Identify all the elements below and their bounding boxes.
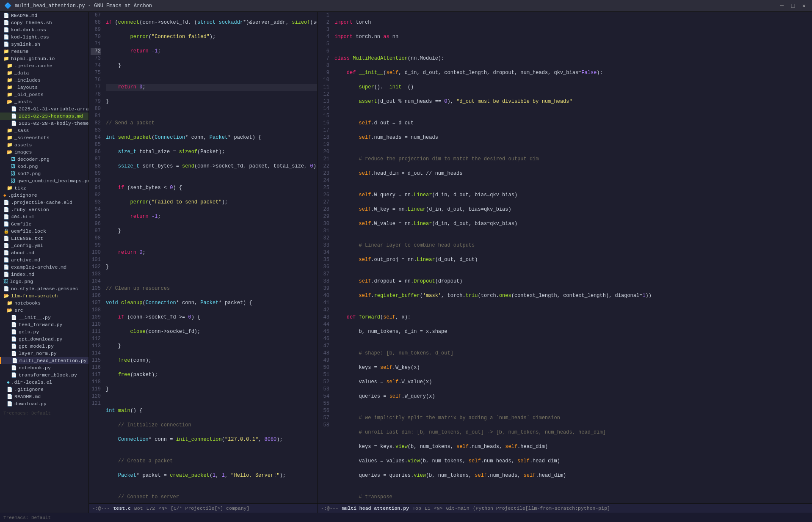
sidebar-item-images[interactable]: 📂 images xyxy=(0,148,88,156)
left-code[interactable]: if (connect(conn->socket_fd, (struct soc… xyxy=(104,12,317,503)
file-icon: 📄 xyxy=(3,34,9,40)
folder-icon: 📁 xyxy=(7,77,13,83)
sidebar-item-notebook-py[interactable]: 📄 notebook.py xyxy=(0,364,88,371)
sidebar-item-label: gpt_download.py xyxy=(19,336,63,342)
sidebar-item-gpt-download[interactable]: 📄 gpt_download.py xyxy=(0,335,88,343)
sidebar-item-download-py[interactable]: 📄 download.py xyxy=(0,400,88,407)
sidebar-item-kod2-png[interactable]: 🖼 kod2.png xyxy=(0,170,88,177)
sidebar-item-resume[interactable]: 📁 resume xyxy=(0,48,88,55)
sidebar-item-multi-head-attention[interactable]: 📄 multi_head_attention.py xyxy=(0,357,88,364)
sidebar-item-license[interactable]: 📄 LICENSE.txt xyxy=(0,235,88,242)
main-area: 📄 README.md 📄 copy-themes.sh 📄 kod-dark.… xyxy=(0,12,812,513)
sidebar-item-llm[interactable]: 📂 llm-from-scratch xyxy=(0,292,88,299)
sidebar-item-label: symlink.sh xyxy=(11,41,40,47)
sidebar-item-gelu[interactable]: 📄 gelu.py xyxy=(0,328,88,335)
sidebar-item-tikz[interactable]: 📁 tikz xyxy=(0,184,88,192)
sidebar-item-gemfile-lock[interactable]: 🔒 Gemfile.lock xyxy=(0,228,88,235)
sidebar-item-decoder-png[interactable]: 🖼 decoder.png xyxy=(0,156,88,163)
sidebar-item-label: gelu.py xyxy=(19,329,39,335)
sidebar-item-assets[interactable]: 📁 assets xyxy=(0,141,88,148)
sidebar-item-symlink[interactable]: 📄 symlink.sh xyxy=(0,41,88,48)
sidebar-item-sass[interactable]: 📁 _sass xyxy=(0,127,88,134)
sidebar-item-readme[interactable]: 📄 README.md xyxy=(0,12,88,19)
sidebar-item-label: kod-dark.css xyxy=(11,27,46,33)
sidebar-item-gitignore2[interactable]: 📄 .gitignore xyxy=(0,386,88,393)
folder-open-icon: 📂 xyxy=(7,308,13,313)
minimize-button[interactable]: ─ xyxy=(778,2,786,10)
sidebar-item-heatmaps[interactable]: 📄 2025-02-23-heatmaps.md xyxy=(0,113,88,120)
folder-icon: 📁 xyxy=(7,85,13,90)
sidebar-item-includes[interactable]: 📁 _includes xyxy=(0,77,88,84)
sidebar-item-example2[interactable]: 📄 example2-archive.md xyxy=(0,264,88,271)
sidebar-item-notebooks[interactable]: 📁 notebooks xyxy=(0,299,88,307)
sidebar-item-404[interactable]: 📄 404.html xyxy=(0,213,88,220)
sidebar-item-data[interactable]: 📁 _data xyxy=(0,69,88,77)
sidebar-item-dir-locals[interactable]: ◆ .dir-locals.el xyxy=(0,379,88,386)
left-editor[interactable]: 6768697071 72 73747576777879 80818283848… xyxy=(89,12,317,503)
sidebar-item-init-py[interactable]: 📄 __init__.py xyxy=(0,314,88,321)
right-status-pos: Top xyxy=(412,506,421,511)
sidebar-item-config[interactable]: 📄 _config.yml xyxy=(0,242,88,249)
sidebar-item-kodly[interactable]: 📄 2025-02-28-a-kodly-theme.m.. xyxy=(0,120,88,127)
sidebar-item-about[interactable]: 📄 about.md xyxy=(0,249,88,256)
folder-open-icon: 📂 xyxy=(7,149,13,155)
sidebar-item-label: _layouts xyxy=(14,85,38,90)
sidebar-item-no-style[interactable]: 📄 no-style-please.gemspec xyxy=(0,285,88,292)
folder-icon: 📁 xyxy=(3,56,9,61)
sidebar-item-label: kod.png xyxy=(17,164,38,169)
sidebar-item-feed-forward[interactable]: 📄 feed_forward.py xyxy=(0,321,88,328)
sidebar-item-projectile[interactable]: 📄 .projectile-cache.eld xyxy=(0,199,88,206)
sidebar-item-posts[interactable]: 📂 _posts xyxy=(0,98,88,105)
sidebar-item-gemfile[interactable]: 📄 Gemfile xyxy=(0,220,88,228)
sidebar-item-readme-llm[interactable]: 📄 README.md xyxy=(0,393,88,400)
left-status-mode: -:@--- xyxy=(92,506,110,511)
sidebar-item-label: logo.png xyxy=(10,279,33,284)
close-button[interactable]: ✕ xyxy=(800,2,808,10)
right-code[interactable]: import torch import torch.nn as nn class… xyxy=(333,12,812,503)
sidebar-item-index[interactable]: 📄 index.md xyxy=(0,271,88,278)
left-pane[interactable]: 6768697071 72 73747576777879 80818283848… xyxy=(89,12,318,513)
sidebar-item-label: _old_posts xyxy=(14,92,44,97)
file-icon: 📄 xyxy=(3,243,9,248)
right-status-branch: Git-main xyxy=(446,506,469,511)
sidebar-item-hipml[interactable]: 📁 hipml.github.io xyxy=(0,55,88,62)
sidebar-item-copy-themes[interactable]: 📄 copy-themes.sh xyxy=(0,19,88,26)
sidebar-item-gitignore[interactable]: ◆ .gitignore xyxy=(0,192,88,199)
sidebar-item-kod-dark[interactable]: 📄 kod-dark.css xyxy=(0,26,88,33)
sidebar-item-label: assets xyxy=(14,142,32,148)
sidebar-item-label: example2-archive.md xyxy=(11,264,66,270)
left-status-filename: test.c xyxy=(113,506,130,511)
sidebar-item-label: Gemfile xyxy=(11,221,31,227)
sidebar-item-var-arrays[interactable]: 📄 2025-01-31-variable-arrays.. xyxy=(0,105,88,113)
sidebar-item-kod-png[interactable]: 🖼 kod.png xyxy=(0,163,88,170)
sidebar-item-src[interactable]: 📂 src xyxy=(0,307,88,314)
sidebar-item-qwen-png[interactable]: 🖼 qwen_combined_heatmaps.png xyxy=(0,177,88,184)
sidebar-item-layer-norm[interactable]: 📄 layer_norm.py xyxy=(0,350,88,357)
titlebar-controls[interactable]: ─ □ ✕ xyxy=(778,2,808,10)
file-icon: 📄 xyxy=(11,351,17,356)
sidebar-item-layouts[interactable]: 📁 _layouts xyxy=(0,84,88,91)
left-status-line: L72 xyxy=(146,506,155,511)
sidebar[interactable]: 📄 README.md 📄 copy-themes.sh 📄 kod-dark.… xyxy=(0,12,89,513)
sidebar-item-gpt-model[interactable]: 📄 gpt_model.py xyxy=(0,343,88,350)
sidebar-item-jektex[interactable]: 📁 .jektex-cache xyxy=(0,62,88,69)
file-icon: 📄 xyxy=(11,372,17,378)
sidebar-item-ruby[interactable]: 📄 .ruby-version xyxy=(0,206,88,213)
file-icon: 📄 xyxy=(3,257,9,263)
sidebar-item-label: kod2.png xyxy=(17,171,41,176)
sidebar-item-screenshots[interactable]: 📁 _screenshots xyxy=(0,134,88,141)
file-icon: 🔒 xyxy=(3,228,9,234)
sidebar-item-label: about.md xyxy=(11,250,34,256)
sidebar-item-old-posts[interactable]: 📁 _old_posts xyxy=(0,91,88,98)
sidebar-item-transformer-block[interactable]: 📄 transformer_block.py xyxy=(0,371,88,379)
right-pane[interactable]: 123456789 10111213141516171819 202122232… xyxy=(318,12,812,513)
sidebar-item-kod-light[interactable]: 📄 kod-light.css xyxy=(0,33,88,41)
sidebar-item-label: hipml.github.io xyxy=(11,56,55,61)
sidebar-item-logo[interactable]: 🖼 logo.png xyxy=(0,278,88,285)
sidebar-item-label: layer_norm.py xyxy=(19,351,57,356)
sidebar-item-label: multi_head_attention.py xyxy=(19,358,87,363)
left-line-numbers: 6768697071 72 73747576777879 80818283848… xyxy=(89,12,104,503)
sidebar-item-archive[interactable]: 📄 archive.md xyxy=(0,256,88,264)
maximize-button[interactable]: □ xyxy=(789,2,797,10)
right-editor[interactable]: 123456789 10111213141516171819 202122232… xyxy=(318,12,812,503)
